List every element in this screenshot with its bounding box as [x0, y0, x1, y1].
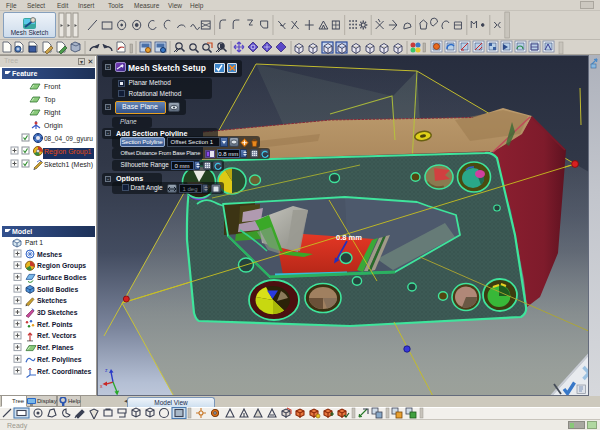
- svg-text:0.8 mm: 0.8 mm: [336, 233, 362, 242]
